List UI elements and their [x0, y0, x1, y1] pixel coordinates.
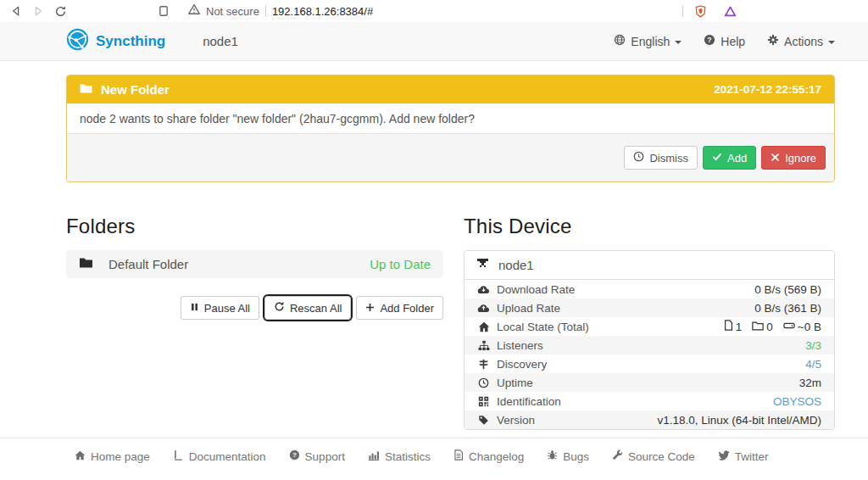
actions-label: Actions [784, 35, 823, 48]
language-label: English [631, 35, 670, 48]
notification-message: node 2 wants to share folder "new folder… [67, 103, 834, 133]
site-footer: Home page Documentation ? Support Statis… [0, 438, 868, 475]
actions-menu[interactable]: Actions [767, 34, 835, 48]
wrench-icon [612, 449, 623, 463]
tag-icon [477, 415, 490, 426]
bar-chart-icon [368, 449, 380, 463]
notification-title: New Folder [101, 82, 170, 97]
twitter-icon [718, 450, 730, 463]
folder-icon [80, 82, 92, 97]
footer-link-bugs[interactable]: Bugs [547, 449, 589, 463]
page-title: node1 [203, 34, 238, 48]
browser-chrome: Not secure 192.168.1.26:8384/# [0, 0, 868, 22]
clock-icon [633, 151, 644, 165]
x-icon [771, 152, 780, 165]
cloud-download-icon [477, 284, 490, 294]
clock-icon [477, 377, 490, 388]
new-folder-panel: New Folder 2021-07-12 22:55:17 node 2 wa… [66, 75, 835, 182]
chevron-down-icon [828, 41, 835, 44]
notification-timestamp: 2021-07-12 22:55:17 [714, 83, 821, 96]
ignore-button[interactable]: Ignore [761, 146, 826, 170]
device-row-discovery: Discovery 4/5 [465, 354, 834, 373]
folder-icon [79, 257, 93, 271]
add-button[interactable]: Add [703, 146, 756, 170]
this-device-heading: This Device [464, 215, 835, 238]
svg-text:?: ? [708, 36, 712, 44]
folder-actions: Pause All Rescan All Add Folder [66, 296, 443, 320]
device-identicon [477, 258, 488, 272]
rescan-all-button[interactable]: Rescan All [264, 296, 351, 320]
footer-link-statistics[interactable]: Statistics [368, 449, 431, 463]
address-bar[interactable]: Not secure 192.168.1.26:8384/# [188, 3, 682, 19]
file-text-icon [453, 449, 464, 463]
gear-icon [767, 34, 779, 48]
sitemap-icon [477, 340, 490, 351]
refresh-icon [274, 301, 285, 315]
folder-status: Up to Date [370, 257, 431, 271]
syncthing-brand[interactable]: Syncthing [66, 28, 165, 55]
url-text: 192.168.1.26:8384/# [272, 5, 373, 18]
footer-link-twitter[interactable]: Twitter [718, 449, 769, 463]
globe-icon [614, 34, 626, 48]
home-icon [75, 450, 86, 463]
footer-link-support[interactable]: ? Support [289, 449, 345, 463]
dismiss-button[interactable]: Dismiss [624, 146, 698, 170]
forward-icon[interactable] [29, 2, 47, 20]
shield-extension-icon[interactable] [691, 2, 709, 20]
device-panel: node1 Download Rate 0 B/s (569 B) Upload… [464, 250, 835, 430]
warning-icon [188, 3, 200, 19]
qrcode-icon [477, 396, 490, 407]
footer-link-documentation[interactable]: Documentation [173, 449, 266, 463]
svg-text:?: ? [292, 451, 297, 459]
security-label: Not secure [206, 5, 259, 18]
device-name: node1 [498, 258, 534, 272]
language-menu[interactable]: English [614, 34, 682, 48]
device-row-identification: Identification OBYSOS [465, 392, 834, 410]
signpost-icon [477, 359, 490, 370]
notification-actions: Dismiss Add Ignore [67, 133, 834, 181]
check-icon [712, 152, 722, 165]
footer-link-source-code[interactable]: Source Code [612, 449, 695, 463]
navbar: Syncthing node1 English ? Help A [0, 22, 868, 61]
footer-link-changelog[interactable]: Changelog [453, 449, 524, 463]
bug-icon [547, 449, 558, 463]
footer-link-home[interactable]: Home page [75, 449, 150, 463]
folder-outline-icon [752, 321, 764, 333]
help-menu[interactable]: ? Help [704, 34, 745, 48]
triangle-extension-icon[interactable] [721, 2, 739, 20]
pause-icon [190, 302, 199, 315]
pause-all-button[interactable]: Pause All [181, 296, 259, 320]
home-icon [477, 321, 490, 332]
device-row-version: Version v1.18.0, Linux (64-bit Intel/AMD… [465, 410, 834, 429]
divider [265, 5, 266, 17]
book-icon [173, 449, 184, 463]
device-header-row[interactable]: node1 [465, 251, 834, 280]
divider [682, 5, 683, 17]
local-state-values: 1 0 ~0 B [724, 320, 821, 333]
help-label: Help [721, 35, 745, 48]
bookmark-tab-icon[interactable] [154, 2, 173, 20]
device-row-listeners: Listeners 3/3 [465, 336, 834, 354]
question-circle-icon: ? [704, 34, 715, 48]
reload-icon[interactable] [51, 2, 70, 20]
device-row-local-state: Local State (Total) 1 0 ~0 B [465, 317, 834, 336]
folders-heading: Folders [66, 215, 443, 238]
add-folder-button[interactable]: Add Folder [356, 296, 443, 320]
question-circle-icon: ? [289, 449, 300, 463]
file-icon [724, 320, 733, 333]
hdd-icon [783, 321, 795, 333]
syncthing-logo-icon [66, 28, 89, 55]
folder-row-default[interactable]: Default Folder Up to Date [66, 250, 443, 278]
new-folder-panel-heading: New Folder 2021-07-12 22:55:17 [67, 75, 834, 103]
back-icon[interactable] [7, 2, 25, 20]
chevron-down-icon [675, 41, 682, 44]
device-row-download-rate: Download Rate 0 B/s (569 B) [465, 280, 834, 299]
cloud-upload-icon [477, 303, 490, 313]
identification-link[interactable]: OBYSOS [773, 395, 821, 408]
folder-name: Default Folder [108, 257, 188, 271]
device-row-upload-rate: Upload Rate 0 B/s (361 B) [465, 299, 834, 317]
brand-label: Syncthing [96, 33, 165, 50]
plus-icon [365, 302, 375, 315]
device-row-uptime: Uptime 32m [465, 373, 834, 392]
